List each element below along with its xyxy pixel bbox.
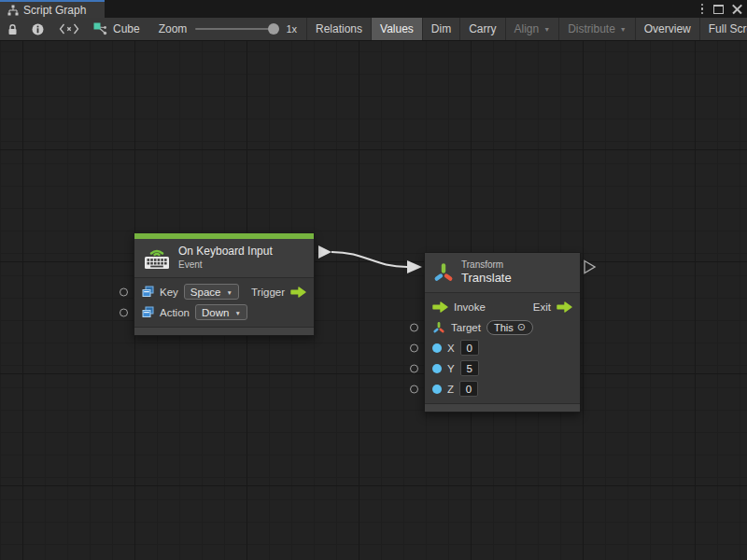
info-icon [32, 23, 44, 35]
chevron-down-icon: ▼ [620, 26, 627, 33]
relations-button[interactable]: Relations [307, 18, 371, 40]
node-header[interactable]: On Keyboard Input Event [134, 239, 314, 278]
x-value-field[interactable]: 0 [460, 340, 479, 356]
trigger-flow-arrow-icon[interactable] [290, 287, 306, 298]
target-label: Target [451, 322, 481, 333]
z-value-field[interactable]: 0 [459, 381, 478, 397]
invoke-flow-arrow-icon[interactable] [432, 301, 448, 313]
node-footer [425, 403, 580, 412]
node-footer [134, 327, 314, 335]
trigger-label: Trigger [251, 287, 285, 298]
lock-button[interactable] [0, 18, 25, 40]
action-type-icon [142, 306, 154, 318]
invoke-label: Invoke [454, 301, 486, 313]
graph-toolbar: Cube Zoom 1x Relations Values Dim Carry … [0, 18, 747, 41]
script-graph-window: Script Graph [0, 0, 747, 560]
node-title: Translate [461, 271, 512, 287]
keyboard-icon [143, 245, 171, 271]
exit-label: Exit [533, 301, 551, 313]
tab-script-graph[interactable]: Script Graph [0, 0, 105, 18]
wire-source-triangle[interactable] [318, 245, 331, 259]
target-object-button[interactable]: This ⊙ [486, 320, 533, 335]
port-row-y: Y 5 [432, 358, 572, 379]
node-header[interactable]: Transform Translate [425, 253, 580, 293]
x-input-port[interactable] [410, 343, 418, 352]
x-label: X [447, 343, 455, 354]
exit-output-triangle[interactable] [585, 261, 595, 273]
carry-button[interactable]: Carry [460, 18, 504, 40]
graph-target-selector[interactable]: Cube [88, 18, 149, 40]
y-value-field[interactable]: 5 [460, 360, 479, 376]
zoom-label: Zoom [159, 22, 188, 35]
node-transform-translate[interactable]: Transform Translate Invoke Exit [424, 252, 581, 413]
graph-hierarchy-icon [7, 5, 19, 16]
key-type-icon [142, 286, 154, 298]
target-input-port[interactable] [410, 323, 418, 331]
graph-target-label: Cube [113, 22, 140, 35]
node-category: Transform [461, 259, 512, 271]
code-view-button[interactable] [50, 18, 88, 40]
key-dropdown[interactable]: Space ▼ [184, 284, 239, 300]
distribute-dropdown-button[interactable]: Distribute▼ [559, 18, 635, 40]
overview-button[interactable]: Overview [636, 18, 699, 40]
lock-icon [7, 23, 19, 35]
y-input-port[interactable] [410, 364, 418, 372]
transform-axes-icon [432, 321, 445, 334]
tab-title: Script Graph [23, 4, 86, 17]
z-label: Z [447, 384, 454, 395]
zoom-value: 1x [286, 23, 297, 35]
align-dropdown-button[interactable]: Align▼ [506, 18, 559, 40]
maximize-icon[interactable] [713, 5, 724, 14]
window-controls [699, 3, 743, 15]
action-label: Action [160, 307, 190, 318]
values-button[interactable]: Values [372, 18, 422, 40]
code-brackets-icon [59, 23, 79, 35]
node-body: Key Space ▼ Trigger [134, 278, 314, 327]
exit-flow-arrow-icon[interactable] [557, 301, 572, 313]
object-picker-icon: ⊙ [517, 321, 526, 333]
key-input-port[interactable] [120, 287, 128, 296]
key-label: Key [160, 287, 178, 298]
chevron-down-icon: ▼ [543, 26, 550, 33]
zoom-control: Zoom 1x [149, 18, 306, 40]
port-row-x: X 0 [432, 338, 572, 358]
port-row-z: Z 0 [432, 379, 572, 399]
port-row-invoke: Invoke Exit [432, 297, 572, 317]
graph-canvas[interactable]: On Keyboard Input Event Key Space ▼ [0, 41, 747, 560]
value-port-dot-icon [432, 343, 442, 353]
node-subtitle: Event [178, 259, 273, 272]
close-icon[interactable] [732, 4, 742, 14]
transform-axes-icon [433, 262, 454, 283]
toolbar-right-group: Relations Values Dim Carry Align▼ Distri… [306, 18, 747, 40]
action-dropdown[interactable]: Down ▼ [195, 304, 247, 320]
full-screen-button[interactable]: Full Screen [700, 18, 747, 40]
menu-kebab-icon[interactable] [699, 4, 706, 15]
zoom-slider[interactable] [195, 28, 277, 30]
dim-button[interactable]: Dim [423, 18, 459, 40]
wire-arrowhead [407, 260, 422, 273]
port-row-action: Action Down ▼ [142, 302, 306, 323]
z-input-port[interactable] [410, 385, 418, 393]
port-row-target: Target This ⊙ [432, 317, 572, 338]
y-label: Y [447, 363, 455, 374]
chevron-down-icon: ▼ [234, 310, 240, 316]
node-title: On Keyboard Input [178, 245, 273, 259]
trigger-invoke-wire[interactable] [331, 252, 407, 267]
port-row-key: Key Space ▼ Trigger [142, 282, 306, 302]
value-port-dot-icon [432, 364, 442, 373]
action-input-port[interactable] [120, 308, 128, 316]
zoom-slider-knob[interactable] [268, 23, 279, 35]
wire-layer [0, 41, 747, 560]
tab-bar: Script Graph [0, 0, 747, 18]
node-body: Invoke Exit Target This [425, 293, 580, 403]
graph-node-icon [93, 22, 107, 35]
node-on-keyboard-input[interactable]: On Keyboard Input Event Key Space ▼ [134, 232, 315, 336]
chevron-down-icon: ▼ [226, 289, 232, 296]
value-port-dot-icon [432, 385, 442, 394]
info-button[interactable] [25, 18, 50, 40]
